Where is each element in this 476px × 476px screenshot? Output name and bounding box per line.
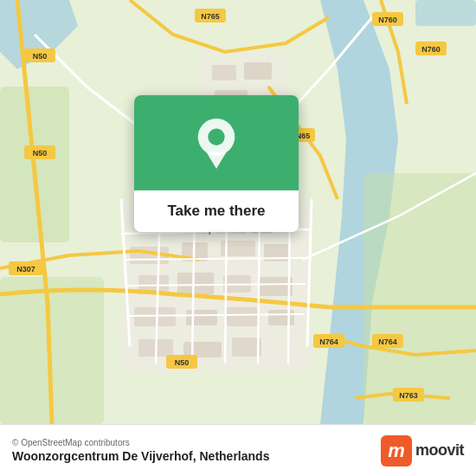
svg-point-54: [208, 129, 224, 145]
svg-rect-27: [244, 62, 272, 80]
svg-text:N765: N765: [201, 12, 220, 21]
svg-rect-21: [268, 310, 294, 325]
take-me-there-button[interactable]: Take me there: [167, 203, 265, 220]
svg-rect-15: [177, 273, 214, 294]
popup-card: Take me there: [134, 95, 299, 232]
svg-rect-4: [363, 173, 476, 424]
location-pin-icon: [195, 117, 238, 169]
svg-text:N50: N50: [175, 358, 190, 367]
bottom-left-info: © OpenStreetMap contributors Woonzorgcen…: [12, 438, 269, 463]
svg-text:N50: N50: [33, 149, 48, 158]
svg-rect-17: [260, 277, 293, 296]
svg-rect-20: [227, 307, 260, 326]
svg-text:N307: N307: [16, 265, 35, 273]
svg-marker-53: [206, 152, 226, 169]
svg-rect-19: [186, 310, 217, 325]
popup-card-top: [134, 95, 299, 190]
svg-text:N763: N763: [399, 391, 418, 400]
svg-rect-18: [134, 307, 176, 326]
bottom-bar: © OpenStreetMap contributors Woonzorgcen…: [0, 424, 476, 476]
svg-text:N764: N764: [378, 338, 397, 346]
svg-rect-1: [415, 0, 476, 26]
svg-text:N760: N760: [378, 16, 397, 24]
svg-text:N760: N760: [421, 45, 441, 54]
location-name: Woonzorgcentrum De Vijverhof, Netherland…: [12, 449, 269, 463]
moovit-text: moovit: [415, 441, 464, 460]
moovit-m-icon: m: [381, 435, 412, 466]
moovit-logo[interactable]: m moovit: [381, 435, 464, 466]
copyright-text: © OpenStreetMap contributors: [12, 438, 269, 447]
map-container: N50 N50 N50 N760 N760 N765 N307 N65 N764…: [0, 0, 476, 424]
popup-card-bottom: Take me there: [134, 190, 299, 232]
svg-rect-26: [212, 65, 236, 80]
svg-text:N764: N764: [319, 338, 338, 346]
svg-text:N50: N50: [33, 52, 48, 61]
